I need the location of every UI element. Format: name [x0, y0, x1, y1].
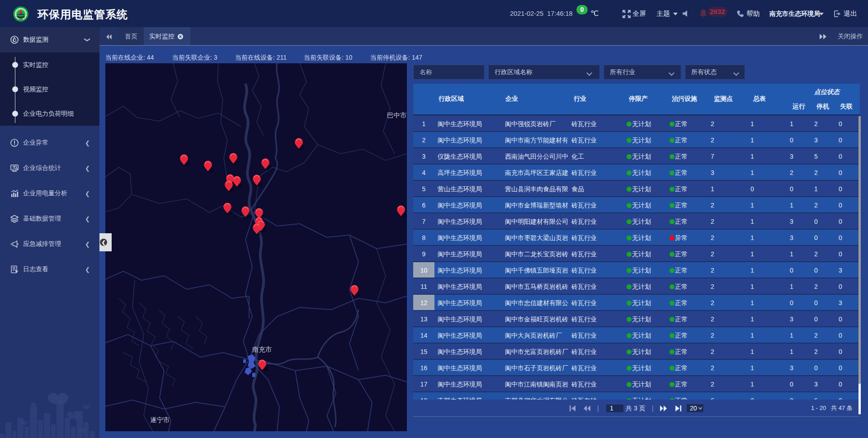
svg-text:巴中市: 巴中市 [387, 112, 407, 119]
svg-text:南充市: 南充市 [252, 346, 272, 353]
svg-text:遂宁市: 遂宁市 [150, 416, 170, 424]
